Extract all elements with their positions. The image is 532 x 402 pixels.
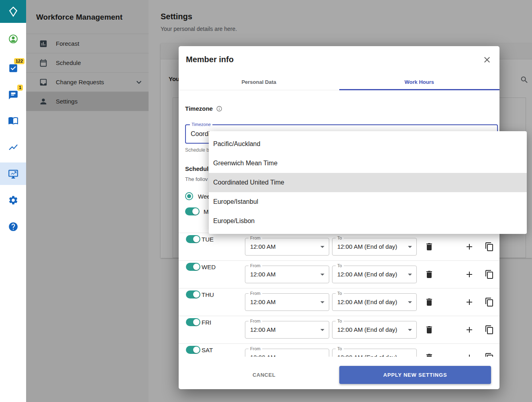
dropdown-arrow-icon (318, 270, 327, 279)
tab-personal-data[interactable]: Personal Data (179, 74, 339, 90)
delete-interval-button[interactable] (424, 297, 435, 308)
from-time-select[interactable]: From 12:00 AM (245, 266, 329, 283)
copy-day-button[interactable] (484, 269, 495, 280)
workforce-monitor-icon (8, 169, 18, 179)
from-time-select[interactable]: From 12:00 AM (245, 293, 329, 311)
profile-avatar-button[interactable] (0, 28, 26, 50)
scheduling-description: The follov (185, 176, 208, 182)
timezone-option[interactable]: Europe/Istanbul (209, 192, 527, 211)
app-screen: 122 1 Workforce Management Forecast (0, 0, 532, 402)
gear-icon (8, 195, 18, 205)
add-interval-button[interactable] (464, 242, 475, 253)
close-icon (482, 55, 492, 65)
day-row-sat: SAT From 12:00 AM To 12:00 AM (End of da… (179, 343, 499, 357)
cancel-button[interactable]: CANCEL (245, 366, 283, 384)
toggle-knob (193, 291, 200, 298)
timezone-dropdown-menu: Pacific/Auckland Greenwich Mean Time Coo… (209, 131, 527, 234)
line-chart-icon (8, 142, 18, 152)
apply-new-settings-button[interactable]: APPLY NEW SETTINGS (339, 366, 491, 384)
dropdown-arrow-icon (318, 242, 327, 252)
dropdown-arrow-icon (318, 297, 327, 307)
timezone-option[interactable]: Europe/Lisbon (209, 211, 527, 231)
chat-icon (8, 90, 18, 100)
delete-interval-button[interactable] (424, 242, 435, 253)
from-time-select[interactable]: From 12:00 AM (245, 349, 329, 357)
day-label: WED (202, 264, 216, 270)
toggle-knob (193, 236, 200, 242)
workforce-nav-button[interactable] (0, 162, 26, 185)
toggle-knob (192, 208, 199, 215)
add-interval-button[interactable] (464, 325, 475, 336)
copy-icon (485, 270, 494, 279)
avatar-icon (8, 34, 18, 44)
scheduling-heading: Scheduli (185, 165, 210, 172)
from-time-select[interactable]: From 12:00 AM (245, 321, 329, 339)
dropdown-arrow-icon (405, 242, 415, 252)
settings-nav-button[interactable] (0, 189, 26, 211)
add-interval-button[interactable] (464, 297, 475, 308)
copy-icon (485, 353, 494, 357)
close-button[interactable] (482, 55, 492, 65)
icon-rail: 122 1 (0, 0, 26, 402)
copy-day-button[interactable] (484, 325, 495, 336)
chat-nav-button[interactable]: 1 (0, 84, 26, 106)
add-interval-button[interactable] (464, 352, 475, 357)
chat-badge: 1 (17, 85, 23, 91)
day-toggle[interactable] (186, 235, 200, 243)
dropdown-arrow-icon (318, 353, 327, 357)
copy-icon (485, 242, 494, 252)
dropdown-arrow-icon (405, 270, 415, 279)
to-time-select[interactable]: To 12:00 AM (End of day) (332, 349, 417, 357)
to-time-select[interactable]: To 12:00 AM (End of day) (332, 238, 417, 256)
timezone-section-heading: Timezone (185, 105, 222, 112)
dropdown-arrow-icon (405, 353, 415, 357)
trash-icon (424, 297, 434, 307)
add-interval-button[interactable] (464, 269, 475, 280)
help-nav-button[interactable] (0, 215, 26, 238)
tasks-badge: 122 (14, 58, 24, 64)
help-icon (8, 221, 18, 232)
timezone-option[interactable]: Pacific/Auckland (209, 134, 527, 154)
knowledge-base-nav-button[interactable] (0, 109, 26, 132)
trash-icon (424, 270, 434, 279)
monday-toggle[interactable] (185, 207, 200, 215)
plus-icon (465, 325, 474, 335)
timezone-option[interactable]: Greenwich Mean Time (209, 154, 527, 173)
copy-day-button[interactable] (484, 352, 495, 357)
radio-selected-icon (185, 192, 193, 200)
day-toggle[interactable] (186, 290, 200, 298)
tab-work-hours[interactable]: Work Hours (339, 74, 500, 90)
copy-icon (485, 325, 494, 335)
toggle-knob (193, 264, 200, 270)
delete-interval-button[interactable] (424, 325, 435, 336)
copy-day-button[interactable] (484, 297, 495, 308)
plus-icon (465, 297, 474, 307)
day-toggle[interactable] (186, 318, 200, 326)
app-logo[interactable] (0, 0, 26, 23)
timezone-option-selected[interactable]: Coordinated United Time (209, 173, 527, 192)
work-hours-day-list: TUE From 12:00 AM To 12:00 AM (End of da… (179, 233, 499, 357)
weekly-radio-option[interactable]: Wee (185, 192, 210, 200)
reports-nav-button[interactable] (0, 136, 26, 158)
delete-interval-button[interactable] (424, 269, 435, 280)
from-time-select[interactable]: From 12:00 AM (245, 238, 329, 256)
day-row-fri: FRI From 12:00 AM To 12:00 AM (End of da… (179, 316, 499, 343)
day-toggle[interactable] (186, 346, 200, 354)
tasks-nav-button[interactable]: 122 (0, 57, 26, 79)
to-time-select[interactable]: To 12:00 AM (End of day) (332, 293, 417, 311)
active-tab-indicator (339, 89, 500, 90)
diamond-logo-icon (8, 6, 19, 17)
copy-day-button[interactable] (484, 242, 495, 253)
delete-interval-button[interactable] (424, 352, 435, 357)
day-toggle[interactable] (186, 263, 200, 271)
plus-icon (465, 270, 474, 279)
modal-title: Member info (186, 55, 234, 64)
day-label: TUE (202, 236, 214, 243)
dropdown-arrow-icon (405, 325, 415, 335)
info-icon[interactable] (216, 106, 222, 112)
to-time-select[interactable]: To 12:00 AM (End of day) (332, 266, 417, 283)
trash-icon (424, 353, 434, 357)
day-row-thu: THU From 12:00 AM To 12:00 AM (End of da… (179, 288, 499, 316)
modal-tabs: Personal Data Work Hours (179, 74, 499, 90)
to-time-select[interactable]: To 12:00 AM (End of day) (332, 321, 417, 339)
